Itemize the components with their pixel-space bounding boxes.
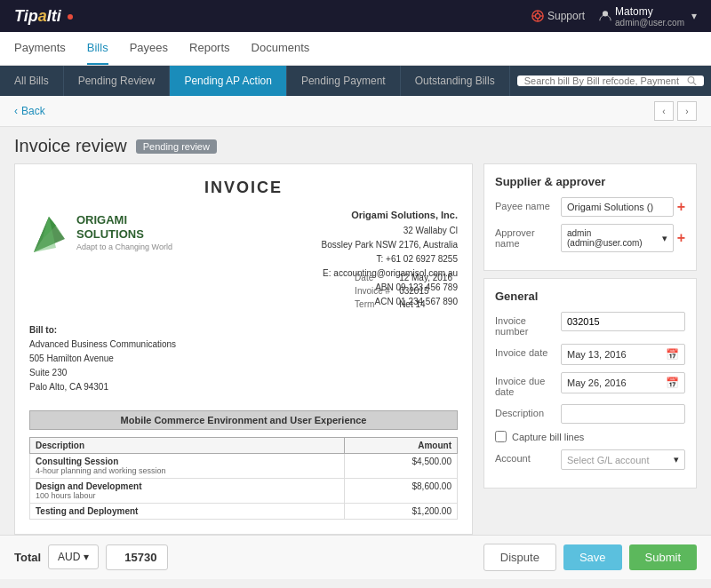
svg-point-1 — [535, 13, 539, 18]
description-label: Description — [495, 404, 555, 418]
main-content: INVOICE ORIGAMI SOLUTIONS Adapt to a C — [0, 163, 711, 535]
nav-bills[interactable]: Bills — [87, 32, 108, 65]
invoice-due-label: Invoice due date — [495, 372, 555, 397]
capture-bill-lines-row: Capture bill lines — [495, 431, 685, 442]
invoice-number-row: Invoice number — [495, 312, 685, 337]
invoice-date-picker[interactable]: May 13, 2016 📅 — [561, 344, 685, 365]
supplier-section-title: Supplier & approver — [495, 175, 685, 188]
submit-button[interactable]: Submit — [629, 544, 697, 570]
logo-text: ORIGAMI SOLUTIONS Adapt to a Changing Wo… — [76, 213, 172, 251]
invoice-due-row: Invoice due date May 26, 2016 📅 — [495, 372, 685, 397]
col-description: Description — [30, 437, 345, 453]
general-section-title: General — [495, 290, 685, 303]
approver-dropdown[interactable]: admin (admin@user.com) ▾ — [561, 224, 674, 252]
currency-dropdown[interactable]: AUD ▾ — [48, 544, 99, 569]
capture-bill-lines-checkbox[interactable] — [495, 431, 507, 442]
table-row: Design and Development 100 hours labour … — [30, 478, 458, 503]
table-row: Testing and Deployment $1,200.00 — [30, 503, 458, 519]
line-amount-2: $8,600.00 — [344, 478, 457, 503]
breadcrumb-bar: ‹ Back ‹ › — [0, 96, 711, 127]
general-section: General Invoice number Invoice date May … — [483, 278, 697, 489]
project-title: Mobile Commerce Environment and User Exp… — [29, 410, 458, 430]
approver-label: Approver name — [495, 224, 555, 249]
page-title: Invoice review — [14, 136, 127, 156]
nav-payments[interactable]: Payments — [14, 32, 66, 65]
status-badge: Pending review — [136, 139, 217, 154]
user-name: Matomy — [615, 5, 684, 18]
top-right-actions: Support Matomy admin@user.com ▾ — [531, 5, 697, 28]
line-amount-3: $1,200.00 — [344, 503, 457, 519]
back-button[interactable]: ‹ Back — [14, 105, 45, 117]
next-arrow[interactable]: › — [677, 101, 697, 121]
right-panel: Supplier & approver Payee name Origami S… — [483, 163, 697, 535]
col-amount: Amount — [344, 437, 457, 453]
subnav-pending-review[interactable]: Pending Review — [64, 66, 171, 96]
nav-payees[interactable]: Payees — [130, 32, 168, 65]
invoice-title: INVOICE — [29, 179, 458, 197]
bill-section: Bill to: Advanced Business Communication… — [29, 323, 458, 403]
invoice-number-label: Invoice number — [495, 312, 555, 337]
supplier-approver-section: Supplier & approver Payee name Origami S… — [483, 163, 697, 271]
search-bar[interactable] — [517, 75, 704, 86]
description-value — [561, 404, 685, 424]
invoice-date-value: May 13, 2016 📅 — [561, 344, 685, 365]
user-menu[interactable]: Matomy admin@user.com ▾ — [599, 5, 697, 28]
account-label: Account — [495, 449, 555, 464]
subnav-pending-ap-action[interactable]: Pending AP Action — [170, 66, 287, 96]
invoice-panel: INVOICE ORIGAMI SOLUTIONS Adapt to a C — [14, 163, 473, 535]
svg-point-7 — [688, 77, 694, 83]
logo-area: ORIGAMI SOLUTIONS Adapt to a Changing Wo… — [29, 208, 172, 257]
nav-bar: Payments Bills Payees Reports Documents — [0, 32, 711, 66]
bill-meta: Date12 May, 2016 Invoice #032015 TermNet… — [349, 270, 458, 312]
line-item-2: Design and Development 100 hours labour — [30, 478, 345, 503]
nav-reports[interactable]: Reports — [189, 32, 230, 65]
subnav-all-bills[interactable]: All Bills — [0, 66, 64, 96]
support-button[interactable]: Support — [531, 10, 585, 22]
total-section: Total AUD ▾ 15730 — [14, 544, 168, 570]
invoice-date-row: Invoice date May 13, 2016 📅 — [495, 344, 685, 365]
page-title-bar: Invoice review Pending review — [0, 127, 711, 163]
support-label: Support — [547, 10, 585, 22]
payee-row: Payee name Origami Solutions () + — [495, 197, 685, 217]
payee-value-container: Origami Solutions () + — [561, 197, 685, 217]
account-value: Select G/L account ▾ — [561, 449, 685, 470]
currency-value: AUD — [58, 551, 80, 563]
invoice-table: Description Amount Consulting Session 4-… — [29, 437, 458, 520]
invoice-due-value: May 26, 2016 📅 — [561, 372, 685, 393]
bill-to: Bill to: Advanced Business Communication… — [29, 323, 176, 394]
approver-row: Approver name admin (admin@user.com) ▾ + — [495, 224, 685, 252]
line-item-3: Testing and Deployment — [30, 503, 345, 519]
description-input[interactable] — [561, 404, 685, 424]
svg-line-8 — [693, 83, 696, 85]
account-row: Account Select G/L account ▾ — [495, 449, 685, 470]
subnav-outstanding-bills[interactable]: Outstanding Bills — [401, 66, 510, 96]
invoice-due-picker[interactable]: May 26, 2016 📅 — [561, 372, 685, 393]
calendar-icon: 📅 — [666, 348, 679, 361]
nav-documents[interactable]: Documents — [252, 32, 310, 65]
approver-value-container: admin (admin@user.com) ▾ + — [561, 224, 685, 252]
line-amount-1: $4,500.00 — [344, 453, 457, 478]
search-input[interactable] — [524, 75, 682, 86]
save-button[interactable]: Save — [563, 544, 622, 570]
payee-label: Payee name — [495, 197, 555, 211]
total-label: Total — [14, 551, 41, 564]
add-approver-button[interactable]: + — [677, 230, 685, 246]
account-dropdown[interactable]: Select G/L account ▾ — [561, 449, 685, 470]
total-amount: 15730 — [106, 544, 168, 570]
nav-arrows: ‹ › — [654, 101, 697, 121]
payee-input[interactable]: Origami Solutions () — [561, 197, 674, 217]
capture-bill-lines-label: Capture bill lines — [512, 432, 584, 442]
bottom-bar: Total AUD ▾ 15730 Dispute Save Submit — [0, 535, 711, 579]
origami-logo — [29, 208, 69, 257]
line-item-1: Consulting Session 4-hour planning and w… — [30, 453, 345, 478]
table-row: Consulting Session 4-hour planning and w… — [30, 453, 458, 478]
top-bar: Tipalti Support Matomy admin@user.com — [0, 0, 711, 32]
subnav-pending-payment[interactable]: Pending Payment — [287, 66, 401, 96]
calendar-due-icon: 📅 — [666, 377, 679, 389]
add-payee-button[interactable]: + — [677, 199, 685, 215]
invoice-number-value — [561, 312, 685, 331]
dispute-button[interactable]: Dispute — [483, 544, 556, 571]
invoice-date-label: Invoice date — [495, 344, 555, 358]
invoice-number-input[interactable] — [561, 312, 685, 331]
prev-arrow[interactable]: ‹ — [654, 101, 674, 121]
